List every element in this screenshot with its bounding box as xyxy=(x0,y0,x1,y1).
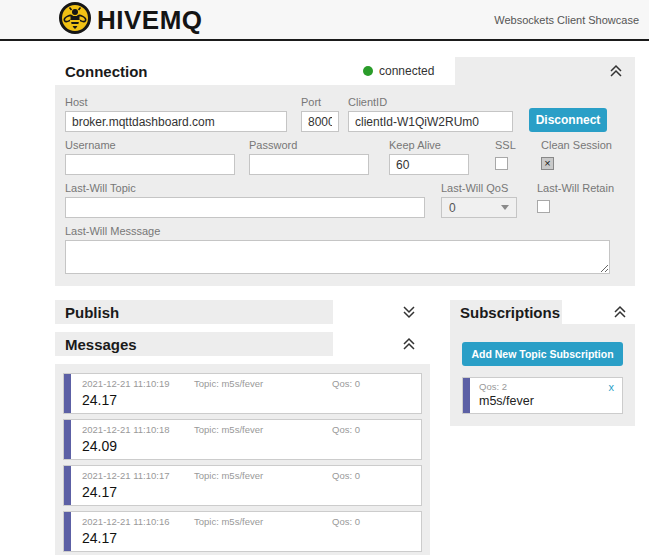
lastwill-topic-label: Last-Will Topic xyxy=(65,182,425,194)
connection-title: Connection xyxy=(55,57,355,85)
message-payload: 24.17 xyxy=(82,484,413,500)
subscriptions-header: Subscriptions xyxy=(450,300,635,324)
message-payload: 24.09 xyxy=(82,438,413,454)
username-label: Username xyxy=(65,139,235,151)
header-subtitle: Websockets Client Showcase xyxy=(494,14,639,26)
host-label: Host xyxy=(65,96,287,108)
lastwill-message-label: Last-Will Messsage xyxy=(65,225,610,237)
connection-header-spacer xyxy=(455,57,635,85)
chevron-double-up-icon[interactable] xyxy=(613,305,627,319)
lastwill-qos-value: 0 xyxy=(449,201,456,215)
message-payload: 24.17 xyxy=(82,530,413,546)
message-meta: 2021-12-21 11:10:18 Topic: m5s/fever Qos… xyxy=(82,424,413,435)
message-row[interactable]: 2021-12-21 11:10:18 Topic: m5s/fever Qos… xyxy=(63,419,422,460)
hivemq-logo: HiveMQ xyxy=(58,1,203,39)
connection-panel: Connection connected Host xyxy=(55,57,635,286)
main-content: Connection connected Host xyxy=(0,41,649,555)
message-row[interactable]: 2021-12-21 11:10:19 Topic: m5s/fever Qos… xyxy=(63,373,422,414)
clientid-input[interactable] xyxy=(348,111,513,132)
status-dot-icon xyxy=(363,66,373,76)
app-header: HiveMQ Websockets Client Showcase xyxy=(0,0,649,41)
lastwill-topic-input[interactable] xyxy=(65,197,425,218)
ssl-checkbox[interactable] xyxy=(495,157,508,170)
connection-status: connected xyxy=(355,57,455,85)
message-topic: Topic: m5s/fever xyxy=(194,470,332,481)
messages-list: 2021-12-21 11:10:19 Topic: m5s/fever Qos… xyxy=(55,364,430,555)
publish-header: Publish xyxy=(55,300,430,324)
messages-title: Messages xyxy=(55,332,333,356)
select-caret-icon xyxy=(501,205,509,210)
keepalive-label: Keep Alive xyxy=(389,139,469,151)
message-topic: Topic: m5s/fever xyxy=(194,424,332,435)
message-timestamp: 2021-12-21 11:10:18 xyxy=(82,424,194,435)
port-input[interactable] xyxy=(301,111,339,132)
add-subscription-button[interactable]: Add New Topic Subscription xyxy=(462,342,623,366)
disconnect-button[interactable]: Disconnect xyxy=(529,108,607,132)
messages-header: Messages xyxy=(55,332,430,356)
chevron-double-up-icon[interactable] xyxy=(402,337,416,351)
status-label: connected xyxy=(379,64,434,78)
lastwill-retain-checkbox[interactable] xyxy=(537,200,550,213)
username-input[interactable] xyxy=(65,154,235,175)
message-row[interactable]: 2021-12-21 11:10:16 Topic: m5s/fever Qos… xyxy=(63,511,422,552)
message-qos: Qos: 0 xyxy=(332,516,360,527)
subscription-item[interactable]: Qos: 2 x m5s/fever xyxy=(462,377,623,414)
message-qos: Qos: 0 xyxy=(332,424,360,435)
host-input[interactable] xyxy=(65,111,287,132)
password-input[interactable] xyxy=(249,154,369,175)
lastwill-message-textarea[interactable] xyxy=(65,240,610,274)
subscription-qos: Qos: 2 xyxy=(479,381,507,393)
message-row[interactable]: 2021-12-21 11:10:17 Topic: m5s/fever Qos… xyxy=(63,465,422,506)
message-meta: 2021-12-21 11:10:19 Topic: m5s/fever Qos… xyxy=(82,378,413,389)
subscriptions-body: Add New Topic Subscription Qos: 2 x m5s/… xyxy=(450,324,635,426)
lastwill-qos-select[interactable]: 0 xyxy=(441,197,517,218)
message-qos: Qos: 0 xyxy=(332,378,360,389)
subscriptions-title: Subscriptions xyxy=(450,300,562,324)
message-timestamp: 2021-12-21 11:10:17 xyxy=(82,470,194,481)
bee-logo-icon xyxy=(58,1,92,39)
subscription-topic: m5s/fever xyxy=(479,394,614,408)
port-label: Port xyxy=(301,96,339,108)
message-qos: Qos: 0 xyxy=(332,470,360,481)
message-timestamp: 2021-12-21 11:10:19 xyxy=(82,378,194,389)
publish-messages-column: Publish Messages xyxy=(55,300,430,555)
clientid-label: ClientID xyxy=(348,96,513,108)
message-topic: Topic: m5s/fever xyxy=(194,516,332,527)
password-label: Password xyxy=(249,139,369,151)
remove-subscription-button[interactable]: x xyxy=(609,381,615,393)
message-topic: Topic: m5s/fever xyxy=(194,378,332,389)
publish-title: Publish xyxy=(55,300,333,324)
ssl-label: SSL xyxy=(495,139,533,151)
keepalive-input[interactable] xyxy=(389,154,469,175)
brand-wordmark: HiveMQ xyxy=(97,7,203,33)
message-meta: 2021-12-21 11:10:16 Topic: m5s/fever Qos… xyxy=(82,516,413,527)
clean-session-label: Clean Session xyxy=(541,139,621,151)
connection-form: Host Port ClientID Disconnect U xyxy=(55,85,635,286)
chevron-double-down-icon[interactable] xyxy=(402,305,416,319)
lastwill-qos-label: Last-Will QoS xyxy=(441,182,517,194)
message-payload: 24.17 xyxy=(82,392,413,408)
lastwill-retain-label: Last-Will Retain xyxy=(537,182,614,194)
connection-header: Connection connected xyxy=(55,57,635,85)
page: HiveMQ Websockets Client Showcase Connec… xyxy=(0,0,649,555)
subscriptions-column: Subscriptions Add New Topic Subscription xyxy=(450,300,635,555)
clean-session-checkbox[interactable] xyxy=(541,157,554,170)
message-timestamp: 2021-12-21 11:10:16 xyxy=(82,516,194,527)
message-meta: 2021-12-21 11:10:17 Topic: m5s/fever Qos… xyxy=(82,470,413,481)
chevron-double-up-icon[interactable] xyxy=(609,64,623,78)
